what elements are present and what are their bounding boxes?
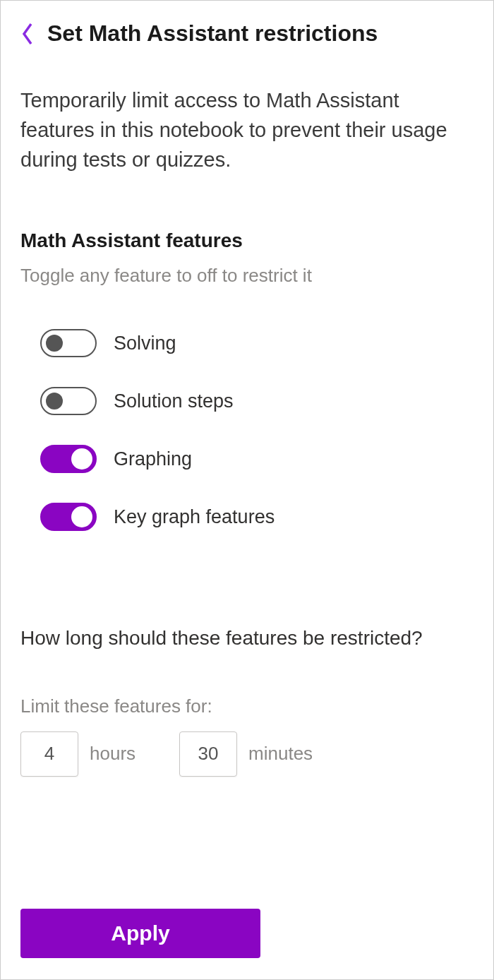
toggle-solving[interactable] — [40, 329, 97, 357]
toggle-list: Solving Solution steps Graphing Key grap… — [20, 329, 474, 561]
hours-input[interactable] — [20, 731, 78, 777]
toggle-row-solving: Solving — [40, 329, 474, 357]
toggle-key-graph-features[interactable] — [40, 503, 97, 531]
toggle-label-solving: Solving — [114, 333, 176, 354]
toggle-knob-icon — [71, 448, 92, 470]
header: Set Math Assistant restrictions — [20, 15, 474, 47]
features-subtext: Toggle any feature to off to restrict it — [20, 265, 474, 287]
features-heading: Math Assistant features — [20, 229, 474, 252]
toggle-knob-icon — [46, 335, 63, 352]
toggle-knob-icon — [71, 506, 92, 527]
hours-unit-label: hours — [90, 743, 135, 765]
apply-button[interactable]: Apply — [20, 909, 260, 958]
minutes-unit-label: minutes — [248, 743, 313, 765]
toggle-label-graphing: Graphing — [114, 448, 192, 470]
toggle-row-graphing: Graphing — [40, 445, 474, 473]
minutes-input[interactable] — [179, 731, 237, 777]
chevron-left-icon — [20, 21, 35, 47]
toggle-knob-icon — [46, 393, 63, 410]
duration-subtext: Limit these features for: — [20, 695, 474, 717]
toggle-label-solution-steps: Solution steps — [114, 390, 234, 412]
duration-inputs: hours minutes — [20, 731, 474, 777]
toggle-graphing[interactable] — [40, 445, 97, 473]
page-description: Temporarily limit access to Math Assista… — [20, 85, 474, 174]
toggle-label-key-graph-features: Key graph features — [114, 506, 275, 528]
toggle-row-solution-steps: Solution steps — [40, 387, 474, 415]
toggle-row-key-graph-features: Key graph features — [40, 503, 474, 531]
duration-question: How long should these features be restri… — [20, 624, 474, 653]
back-button[interactable] — [20, 21, 35, 47]
page-title: Set Math Assistant restrictions — [47, 20, 378, 47]
toggle-solution-steps[interactable] — [40, 387, 97, 415]
